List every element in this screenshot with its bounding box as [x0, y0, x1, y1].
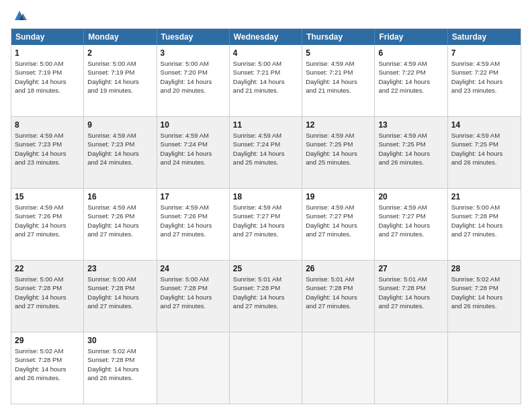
- calendar-cell-2: 2Sunrise: 5:00 AMSunset: 7:19 PMDaylight…: [84, 45, 157, 116]
- calendar-body: 1Sunrise: 5:00 AMSunset: 7:19 PMDaylight…: [11, 45, 521, 404]
- calendar-cell-19: 19Sunrise: 4:59 AMSunset: 7:27 PMDayligh…: [302, 189, 375, 260]
- calendar-cell-17: 17Sunrise: 4:59 AMSunset: 7:26 PMDayligh…: [157, 189, 230, 260]
- day-info: Sunrise: 5:00 AMSunset: 7:19 PMDaylight:…: [15, 59, 80, 95]
- day-info: Sunrise: 4:59 AMSunset: 7:23 PMDaylight:…: [15, 131, 80, 167]
- calendar-cell-empty: [302, 332, 375, 404]
- calendar-header: SundayMondayTuesdayWednesdayThursdayFrid…: [11, 29, 521, 45]
- calendar-cell-empty: [448, 332, 521, 404]
- calendar-cell-empty: [375, 332, 447, 404]
- day-info: Sunrise: 4:59 AMSunset: 7:27 PMDaylight:…: [233, 203, 298, 238]
- day-info: Sunrise: 5:00 AMSunset: 7:28 PMDaylight:…: [161, 275, 226, 310]
- calendar-cell-25: 25Sunrise: 5:01 AMSunset: 7:28 PMDayligh…: [230, 261, 302, 332]
- day-info: Sunrise: 4:59 AMSunset: 7:22 PMDaylight:…: [451, 59, 517, 95]
- day-info: Sunrise: 4:59 AMSunset: 7:25 PMDaylight:…: [451, 131, 517, 167]
- calendar-cell-empty: [157, 332, 230, 404]
- day-number: 2: [87, 48, 152, 58]
- day-number: 15: [15, 191, 80, 202]
- logo: [11, 9, 27, 23]
- day-info: Sunrise: 4:59 AMSunset: 7:26 PMDaylight:…: [87, 203, 152, 238]
- calendar-cell-28: 28Sunrise: 5:02 AMSunset: 7:28 PMDayligh…: [448, 261, 521, 332]
- day-info: Sunrise: 4:59 AMSunset: 7:23 PMDaylight:…: [87, 131, 152, 167]
- calendar-cell-30: 30Sunrise: 5:02 AMSunset: 7:28 PMDayligh…: [84, 332, 157, 404]
- calendar-cell-8: 8Sunrise: 4:59 AMSunset: 7:23 PMDaylight…: [11, 117, 84, 188]
- day-number: 22: [15, 263, 80, 274]
- calendar-row-4: 22Sunrise: 5:00 AMSunset: 7:28 PMDayligh…: [11, 261, 521, 332]
- day-number: 14: [451, 120, 517, 130]
- calendar-cell-22: 22Sunrise: 5:00 AMSunset: 7:28 PMDayligh…: [11, 261, 84, 332]
- day-info: Sunrise: 5:00 AMSunset: 7:21 PMDaylight:…: [233, 59, 298, 95]
- calendar-row-2: 8Sunrise: 4:59 AMSunset: 7:23 PMDaylight…: [11, 117, 521, 189]
- calendar-cell-24: 24Sunrise: 5:00 AMSunset: 7:28 PMDayligh…: [157, 261, 230, 332]
- calendar-cell-9: 9Sunrise: 4:59 AMSunset: 7:23 PMDaylight…: [84, 117, 157, 188]
- calendar-cell-7: 7Sunrise: 4:59 AMSunset: 7:22 PMDaylight…: [448, 45, 521, 116]
- day-info: Sunrise: 5:00 AMSunset: 7:28 PMDaylight:…: [87, 275, 152, 310]
- day-info: Sunrise: 5:01 AMSunset: 7:28 PMDaylight:…: [378, 275, 443, 310]
- calendar-cell-21: 21Sunrise: 5:00 AMSunset: 7:28 PMDayligh…: [448, 189, 521, 260]
- page: SundayMondayTuesdayWednesdayThursdayFrid…: [0, 0, 532, 411]
- day-info: Sunrise: 4:59 AMSunset: 7:26 PMDaylight:…: [161, 203, 226, 238]
- calendar-cell-15: 15Sunrise: 4:59 AMSunset: 7:26 PMDayligh…: [11, 189, 84, 260]
- day-number: 9: [87, 120, 152, 130]
- day-info: Sunrise: 4:59 AMSunset: 7:27 PMDaylight:…: [306, 203, 371, 238]
- day-number: 17: [161, 191, 226, 202]
- calendar-cell-1: 1Sunrise: 5:00 AMSunset: 7:19 PMDaylight…: [11, 45, 84, 116]
- calendar-cell-10: 10Sunrise: 4:59 AMSunset: 7:24 PMDayligh…: [157, 117, 230, 188]
- day-info: Sunrise: 4:59 AMSunset: 7:25 PMDaylight:…: [306, 131, 371, 167]
- day-number: 3: [161, 48, 226, 58]
- calendar-cell-12: 12Sunrise: 4:59 AMSunset: 7:25 PMDayligh…: [302, 117, 375, 188]
- day-info: Sunrise: 4:59 AMSunset: 7:21 PMDaylight:…: [306, 59, 371, 95]
- calendar-cell-3: 3Sunrise: 5:00 AMSunset: 7:20 PMDaylight…: [157, 45, 230, 116]
- calendar-row-1: 1Sunrise: 5:00 AMSunset: 7:19 PMDaylight…: [11, 45, 521, 117]
- header-day-wednesday: Wednesday: [230, 29, 302, 45]
- calendar-cell-11: 11Sunrise: 4:59 AMSunset: 7:24 PMDayligh…: [230, 117, 302, 188]
- day-number: 16: [87, 191, 152, 202]
- header-day-friday: Friday: [375, 29, 447, 45]
- day-number: 1: [15, 48, 80, 58]
- day-info: Sunrise: 5:00 AMSunset: 7:28 PMDaylight:…: [15, 275, 80, 310]
- day-info: Sunrise: 5:01 AMSunset: 7:28 PMDaylight:…: [306, 275, 371, 310]
- calendar-cell-empty: [230, 332, 302, 404]
- calendar-cell-5: 5Sunrise: 4:59 AMSunset: 7:21 PMDaylight…: [302, 45, 375, 116]
- day-number: 21: [451, 191, 517, 202]
- day-number: 11: [233, 120, 298, 130]
- logo-icon: [12, 8, 27, 23]
- header-day-thursday: Thursday: [302, 29, 375, 45]
- day-number: 8: [15, 120, 80, 130]
- day-number: 24: [161, 263, 226, 274]
- day-number: 29: [15, 335, 80, 346]
- header-day-saturday: Saturday: [448, 29, 521, 45]
- day-number: 4: [233, 48, 298, 58]
- day-number: 19: [306, 191, 371, 202]
- calendar-cell-29: 29Sunrise: 5:02 AMSunset: 7:28 PMDayligh…: [11, 332, 84, 404]
- header-day-sunday: Sunday: [11, 29, 84, 45]
- calendar-cell-20: 20Sunrise: 4:59 AMSunset: 7:27 PMDayligh…: [375, 189, 447, 260]
- calendar-cell-23: 23Sunrise: 5:00 AMSunset: 7:28 PMDayligh…: [84, 261, 157, 332]
- day-info: Sunrise: 5:02 AMSunset: 7:28 PMDaylight:…: [87, 347, 152, 382]
- calendar-row-3: 15Sunrise: 4:59 AMSunset: 7:26 PMDayligh…: [11, 189, 521, 261]
- calendar-cell-16: 16Sunrise: 4:59 AMSunset: 7:26 PMDayligh…: [84, 189, 157, 260]
- calendar-cell-13: 13Sunrise: 4:59 AMSunset: 7:25 PMDayligh…: [375, 117, 447, 188]
- day-info: Sunrise: 5:00 AMSunset: 7:20 PMDaylight:…: [161, 59, 226, 95]
- header-day-tuesday: Tuesday: [157, 29, 230, 45]
- calendar-cell-18: 18Sunrise: 4:59 AMSunset: 7:27 PMDayligh…: [230, 189, 302, 260]
- day-info: Sunrise: 5:00 AMSunset: 7:19 PMDaylight:…: [87, 59, 152, 95]
- day-info: Sunrise: 5:01 AMSunset: 7:28 PMDaylight:…: [233, 275, 298, 310]
- day-number: 13: [378, 120, 443, 130]
- day-info: Sunrise: 4:59 AMSunset: 7:24 PMDaylight:…: [233, 131, 298, 167]
- calendar-cell-6: 6Sunrise: 4:59 AMSunset: 7:22 PMDaylight…: [375, 45, 447, 116]
- day-number: 28: [451, 263, 517, 274]
- day-number: 7: [451, 48, 517, 58]
- day-number: 5: [306, 48, 371, 58]
- day-info: Sunrise: 4:59 AMSunset: 7:24 PMDaylight:…: [161, 131, 226, 167]
- calendar: SundayMondayTuesdayWednesdayThursdayFrid…: [11, 28, 521, 404]
- day-info: Sunrise: 5:02 AMSunset: 7:28 PMDaylight:…: [15, 347, 80, 382]
- header: [11, 9, 521, 23]
- calendar-row-5: 29Sunrise: 5:02 AMSunset: 7:28 PMDayligh…: [11, 332, 521, 404]
- day-number: 6: [378, 48, 443, 58]
- calendar-cell-14: 14Sunrise: 4:59 AMSunset: 7:25 PMDayligh…: [448, 117, 521, 188]
- day-number: 25: [233, 263, 298, 274]
- header-day-monday: Monday: [84, 29, 157, 45]
- day-number: 12: [306, 120, 371, 130]
- calendar-cell-26: 26Sunrise: 5:01 AMSunset: 7:28 PMDayligh…: [302, 261, 375, 332]
- day-number: 30: [87, 335, 152, 346]
